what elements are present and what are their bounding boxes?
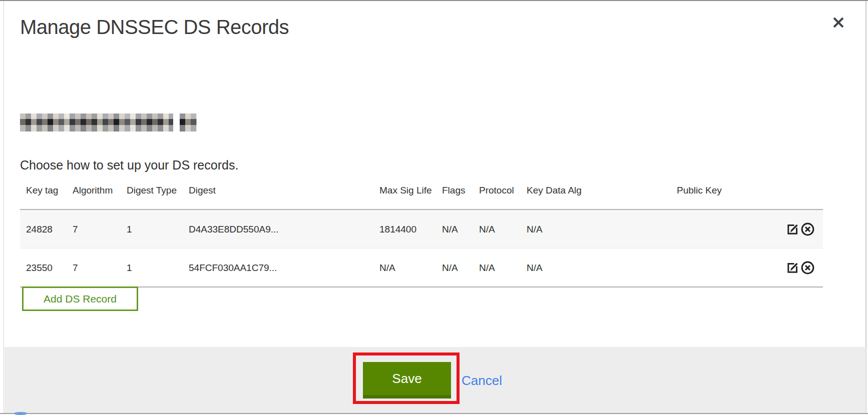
redacted-domain-text <box>20 114 197 132</box>
modal-bottom-border <box>0 413 868 414</box>
close-icon <box>832 16 845 29</box>
column-header-flags: Flags <box>436 180 473 210</box>
edit-icon <box>786 261 799 274</box>
modal-top-border <box>0 0 868 1</box>
table-header-row: Key tag Algorithm Digest Type Digest Max… <box>20 180 823 210</box>
cell-digest-type: 1 <box>121 248 183 288</box>
edit-record-button[interactable] <box>786 222 799 236</box>
cell-protocol: N/A <box>473 210 521 248</box>
column-header-key-tag: Key tag <box>20 180 67 210</box>
cell-key-data-alg: N/A <box>521 248 671 288</box>
add-ds-record-button[interactable]: Add DS Record <box>22 286 138 311</box>
cell-algorithm: 7 <box>67 210 121 248</box>
column-header-max-sig-life: Max Sig Life <box>373 180 436 210</box>
column-header-public-key: Public Key <box>671 180 753 210</box>
cell-digest: 54FCF030AA1C79... <box>183 248 373 288</box>
cell-max-sig-life: 1814400 <box>373 210 436 248</box>
ds-records-table: Key tag Algorithm Digest Type Digest Max… <box>20 180 823 288</box>
column-header-digest-type: Digest Type <box>121 180 183 210</box>
cell-actions <box>753 210 823 248</box>
cell-protocol: N/A <box>473 248 521 288</box>
background-page-artifact <box>14 412 27 415</box>
column-header-key-data-alg: Key Data Alg <box>521 180 671 210</box>
table-row: 24828 7 1 D4A33E8DD550A9... 1814400 N/A … <box>20 210 823 248</box>
cell-public-key <box>671 210 753 248</box>
column-header-algorithm: Algorithm <box>67 180 121 210</box>
save-button[interactable]: Save <box>363 362 451 398</box>
column-header-protocol: Protocol <box>473 180 521 210</box>
instruction-text: Choose how to set up your DS records. <box>20 158 238 172</box>
cancel-link[interactable]: Cancel <box>462 373 502 388</box>
cell-public-key <box>671 248 753 288</box>
cell-flags: N/A <box>436 210 473 248</box>
cell-flags: N/A <box>436 248 473 288</box>
cell-key-data-alg: N/A <box>521 210 671 248</box>
delete-icon <box>800 260 815 275</box>
table-row: 23550 7 1 54FCF030AA1C79... N/A N/A N/A … <box>20 248 823 288</box>
cell-algorithm: 7 <box>67 248 121 288</box>
cell-digest: D4A33E8DD550A9... <box>183 210 373 248</box>
page-title: Manage DNSSEC DS Records <box>20 16 289 38</box>
column-header-actions <box>753 180 823 210</box>
dnssec-modal: Manage DNSSEC DS Records Choose how to s… <box>0 0 868 415</box>
close-button[interactable] <box>830 14 847 31</box>
edit-icon <box>786 222 799 236</box>
cell-max-sig-life: N/A <box>373 248 436 288</box>
edit-record-button[interactable] <box>786 261 799 274</box>
cell-key-tag: 23550 <box>20 248 67 288</box>
cell-actions <box>753 248 823 288</box>
modal-footer: Save Cancel <box>5 347 866 413</box>
delete-icon <box>800 222 815 236</box>
delete-record-button[interactable] <box>800 260 815 275</box>
modal-left-border <box>4 1 4 413</box>
cell-key-tag: 24828 <box>20 210 67 248</box>
delete-record-button[interactable] <box>800 222 815 236</box>
column-header-digest: Digest <box>183 180 373 210</box>
cell-digest-type: 1 <box>121 210 183 248</box>
